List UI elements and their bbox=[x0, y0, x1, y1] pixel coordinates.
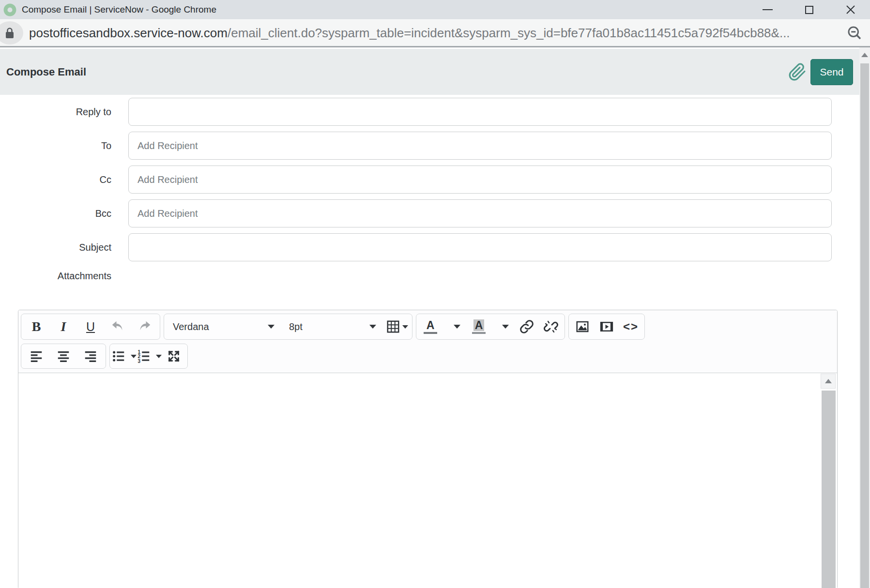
bcc-input[interactable] bbox=[128, 199, 832, 227]
compose-email-window: Compose Email | ServiceNow - Google Chro… bbox=[0, 0, 870, 588]
insert-link-button[interactable] bbox=[515, 316, 539, 337]
numbered-list-icon: 1 2 3 bbox=[137, 349, 151, 363]
svg-text:3: 3 bbox=[138, 359, 141, 363]
chevron-down-icon bbox=[454, 325, 460, 329]
font-size-value: 8pt bbox=[289, 321, 303, 332]
arrow-up-icon bbox=[861, 53, 868, 57]
remove-link-button[interactable] bbox=[539, 316, 563, 337]
magnifier-minus-icon bbox=[846, 24, 863, 42]
maximize-button[interactable] bbox=[800, 1, 818, 18]
bullet-list-button[interactable] bbox=[111, 346, 137, 367]
page-title: Compose Email bbox=[6, 66, 86, 78]
undo-button[interactable] bbox=[104, 316, 131, 337]
underline-button[interactable]: U bbox=[77, 316, 104, 337]
bcc-label: Bcc bbox=[0, 208, 111, 219]
text-color-button[interactable]: A bbox=[418, 316, 466, 337]
align-right-icon bbox=[83, 349, 98, 363]
align-right-button[interactable] bbox=[77, 346, 104, 367]
close-button[interactable] bbox=[842, 1, 859, 18]
site-info-button[interactable] bbox=[0, 21, 23, 45]
reply-to-label: Reply to bbox=[0, 106, 111, 118]
bold-icon: B bbox=[32, 319, 41, 334]
font-family-value: Verdana bbox=[173, 321, 209, 332]
url-path: /email_client.do?sysparm_table=incident&… bbox=[228, 26, 790, 40]
send-button[interactable]: Send bbox=[810, 59, 853, 85]
font-group: Verdana 8pt bbox=[164, 314, 412, 340]
minimize-icon bbox=[763, 9, 773, 10]
editor-body bbox=[18, 373, 837, 588]
page-scrollbar[interactable] bbox=[859, 47, 870, 588]
rich-text-editor: B I U Verdan bbox=[18, 310, 838, 588]
editor-scrollbar[interactable] bbox=[819, 373, 837, 588]
media-group: <> bbox=[568, 314, 645, 340]
bcc-row: Bcc bbox=[0, 199, 859, 227]
underline-icon: U bbox=[86, 320, 95, 334]
align-group bbox=[21, 344, 106, 369]
minimize-button[interactable] bbox=[759, 1, 776, 18]
unlink-icon bbox=[543, 319, 559, 334]
bold-button[interactable]: B bbox=[23, 316, 50, 337]
video-icon bbox=[599, 319, 614, 334]
attachments-row: Attachments bbox=[0, 267, 859, 285]
subject-row: Subject bbox=[0, 233, 859, 261]
chevron-down-icon bbox=[369, 325, 376, 329]
font-size-select[interactable]: 8pt bbox=[282, 316, 383, 337]
maximize-icon bbox=[805, 6, 813, 14]
address-bar: postofficesandbox.service-now.com/email_… bbox=[0, 19, 870, 47]
cc-label: Cc bbox=[0, 174, 111, 185]
attachments-label: Attachments bbox=[0, 271, 111, 282]
image-icon bbox=[575, 319, 590, 334]
editor-scrollbar-thumb[interactable] bbox=[822, 391, 836, 588]
message-body-input[interactable] bbox=[18, 373, 819, 588]
zoom-indicator-button[interactable] bbox=[846, 24, 870, 42]
align-center-button[interactable] bbox=[50, 346, 77, 367]
page-scroll-up-button[interactable] bbox=[859, 47, 870, 62]
to-input[interactable] bbox=[128, 132, 832, 160]
attach-file-button[interactable] bbox=[787, 61, 808, 83]
arrow-up-icon bbox=[825, 379, 832, 383]
email-form: Reply to To Cc Bcc Subject Attachments bbox=[0, 95, 859, 285]
fullscreen-button[interactable] bbox=[162, 346, 186, 367]
compose-header: Compose Email Send bbox=[0, 49, 870, 95]
padlock-icon bbox=[4, 27, 15, 39]
code-icon: <> bbox=[623, 320, 639, 333]
servicenow-favicon-icon bbox=[3, 3, 16, 16]
chevron-down-icon bbox=[268, 325, 275, 329]
source-code-button[interactable]: <> bbox=[619, 316, 643, 337]
align-left-button[interactable] bbox=[23, 346, 50, 367]
background-color-icon: A bbox=[472, 319, 486, 334]
fullscreen-icon bbox=[167, 349, 181, 363]
to-label: To bbox=[0, 140, 111, 151]
italic-icon: I bbox=[61, 319, 66, 334]
insert-video-button[interactable] bbox=[595, 316, 619, 337]
close-icon bbox=[845, 4, 856, 15]
align-left-icon bbox=[29, 349, 44, 363]
insert-table-button[interactable] bbox=[383, 316, 411, 337]
reply-to-input[interactable] bbox=[128, 98, 832, 126]
text-style-group: B I U bbox=[21, 314, 160, 340]
text-color-icon: A bbox=[424, 319, 437, 334]
editor-toolbar: B I U Verdan bbox=[18, 310, 837, 373]
page-scrollbar-thumb[interactable] bbox=[860, 63, 869, 588]
cc-input[interactable] bbox=[128, 166, 832, 194]
chevron-down-icon bbox=[131, 355, 137, 358]
align-center-icon bbox=[56, 349, 71, 363]
font-family-select[interactable]: Verdana bbox=[166, 316, 282, 337]
editor-scroll-up-button[interactable] bbox=[821, 374, 836, 389]
background-color-button[interactable]: A bbox=[466, 316, 515, 337]
toolbar-row-2: 1 2 3 bbox=[21, 344, 835, 369]
url-domain: postofficesandbox.service-now.com bbox=[29, 26, 228, 40]
insert-image-button[interactable] bbox=[570, 316, 595, 337]
numbered-list-button[interactable]: 1 2 3 bbox=[137, 346, 162, 367]
subject-input[interactable] bbox=[128, 233, 832, 261]
redo-button[interactable] bbox=[131, 316, 158, 337]
undo-icon bbox=[110, 319, 125, 334]
url-field[interactable]: postofficesandbox.service-now.com/email_… bbox=[29, 26, 790, 41]
italic-button[interactable]: I bbox=[50, 316, 77, 337]
chevron-down-icon bbox=[402, 325, 408, 329]
redo-icon bbox=[137, 319, 152, 334]
reply-to-row: Reply to bbox=[0, 98, 859, 126]
window-title: Compose Email | ServiceNow - Google Chro… bbox=[22, 4, 216, 15]
paperclip-icon bbox=[788, 63, 807, 81]
link-icon bbox=[519, 319, 534, 334]
